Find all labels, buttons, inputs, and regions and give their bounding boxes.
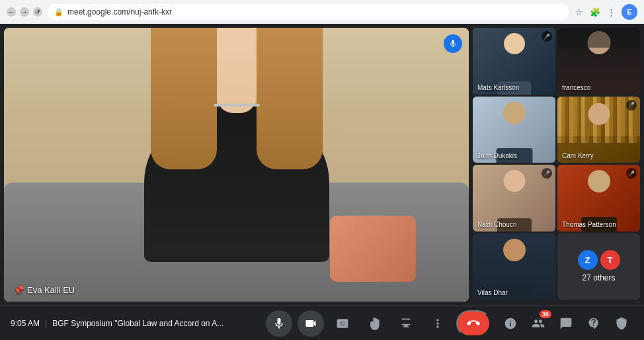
meet-main: 📌 Eva Kaili EU 🎤 Mats Karlsson [0,24,644,306]
main-speaker-name: 📌 Eva Kaili EU [13,285,75,295]
refresh-button[interactable]: ↺ [33,7,42,17]
active-speaker-indicator [444,34,462,53]
mute-indicator: 🎤 [626,168,637,179]
participant-name-label: Cam Kerry [562,152,594,159]
meeting-time: 9:05 AM [11,319,40,328]
url-text: meet.google.com/nuj-anfk-kxr [67,7,172,17]
others-count-label: 27 others [582,273,615,282]
main-video-area: 📌 Eva Kaili EU [4,28,469,302]
raise-hand-button[interactable] [361,310,387,337]
captions-button[interactable] [329,310,356,337]
more-options-button[interactable] [424,310,451,337]
menu-icon[interactable]: ⋮ [606,7,616,17]
participant-face [503,102,526,124]
others-avatar-z: Z [578,250,598,270]
participant-name-label: John Dukakis [477,152,517,159]
participant-tile[interactable]: John Dukakis [473,97,555,163]
participant-bg-overlay [557,28,640,48]
others-avatars-container: Z T 27 others [557,234,640,300]
meeting-info-button[interactable] [499,312,522,335]
mute-indicator: 🎤 [542,168,552,179]
participant-count-badge: 36 [540,310,551,318]
participant-face [588,170,610,192]
pin-icon: 📌 [13,285,24,295]
others-tile[interactable]: Z T 27 others [557,234,640,300]
participant-tile[interactable]: 🎤 Thomas Patterson [557,165,640,232]
main-video-background [4,28,469,302]
participants-sidebar: 🎤 Mats Karlsson francesco [469,24,644,306]
forward-button[interactable]: → [20,7,29,17]
right-controls: 36 [499,312,633,335]
participant-face [503,170,525,192]
lock-icon: 🔒 [54,8,63,17]
profile-avatar[interactable]: E [622,4,637,20]
others-avatar-row: Z T [578,250,620,270]
participant-face [503,239,526,261]
participant-tile[interactable]: 🎤 Cam Kerry [557,97,640,163]
browser-actions: ☆ 🧩 ⋮ E [574,4,637,20]
participant-face [504,33,525,54]
bookmark-icon[interactable]: ☆ [574,7,584,17]
speaker-necklace [214,104,260,106]
participant-name-label: Thomas Patterson [562,221,616,228]
participant-name-label: Vilas Dhar [477,289,508,296]
others-avatar-t: T [600,250,620,270]
end-call-button[interactable] [456,310,491,337]
meeting-title: BGF Symposium "Global Law and Accord on … [52,319,223,328]
participant-name-label: Mats Karlsson [477,84,519,91]
browser-chrome: ← → ↺ 🔒 meet.google.com/nuj-anfk-kxr ☆ 🧩… [0,0,644,24]
main-speaker-label: Eva Kaili EU [27,285,75,295]
activities-button[interactable] [582,312,606,335]
mic-button[interactable] [266,310,292,337]
participant-grid: 🎤 Mats Karlsson francesco [473,28,640,302]
participant-name-label: Nazli Choucri [477,221,516,228]
mute-indicator: 🎤 [542,31,552,42]
participant-tile[interactable]: 🎤 Mats Karlsson [473,28,555,95]
participant-name-label: francesco [562,84,590,91]
meeting-controls [266,310,491,337]
camera-button[interactable] [298,310,324,337]
participant-tile[interactable]: Vilas Dhar [473,234,555,300]
safety-button[interactable] [610,312,633,335]
back-button[interactable]: ← [7,7,16,17]
participants-button-wrapper: 36 [526,312,550,335]
meeting-info: 9:05 AM | BGF Symposium "Global Law and … [11,319,258,328]
speaker-hair-left [151,28,217,169]
speaker-hair-right [257,28,323,169]
chat-button[interactable] [554,312,578,335]
tile-background: Z T 27 others [557,234,640,300]
meet-app: 📌 Eva Kaili EU 🎤 Mats Karlsson [0,24,644,340]
pillow-element [330,216,416,282]
mute-indicator: 🎤 [626,100,637,110]
extensions-icon[interactable]: 🧩 [590,7,600,17]
participant-tile[interactable]: 🎤 Nazli Choucri [473,165,555,232]
bottom-controls-bar: 9:05 AM | BGF Symposium "Global Law and … [0,306,644,340]
participant-tile[interactable]: francesco [557,28,640,95]
present-button[interactable] [393,310,419,337]
participant-face [588,103,610,125]
browser-nav-controls: ← → ↺ [7,7,42,17]
meeting-divider: | [45,319,47,328]
address-bar[interactable]: 🔒 meet.google.com/nuj-anfk-kxr [48,4,569,20]
